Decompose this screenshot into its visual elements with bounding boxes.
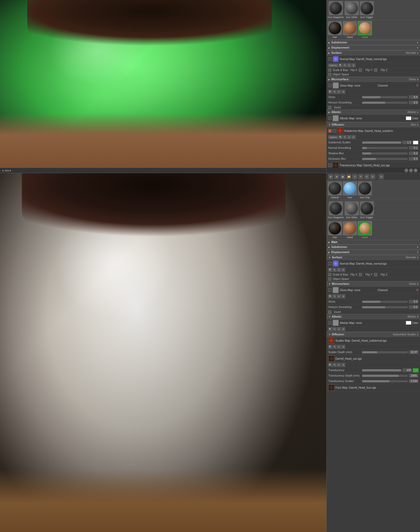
edit-btn-albedo-b[interactable]: ✎ <box>333 327 336 331</box>
search-btn-albedo-b[interactable]: 🔍 <box>328 327 332 331</box>
horizon-track-top[interactable] <box>362 102 408 104</box>
thumb-eye-bottom[interactable]: Eye <box>343 181 357 199</box>
dropdown-surface-b[interactable]: ▾ <box>417 256 418 259</box>
dropdown-microsurface-top[interactable]: ▾ <box>417 78 418 81</box>
albedo-check-top[interactable]: ✓ <box>328 117 332 120</box>
copy-btn-tl-b[interactable]: C <box>337 363 341 367</box>
scale-bias-check-top[interactable] <box>328 69 331 72</box>
section-displacement-bottom[interactable]: ▶ Displacement: ▾ <box>327 250 420 255</box>
translucency-depth-track[interactable] <box>362 375 408 377</box>
thumb-gun-grip-bottom[interactable]: Gun Grip <box>358 181 372 199</box>
gloss-num-b[interactable]: 0.4 <box>409 300 418 303</box>
thumb-default-bottom[interactable]: Default <box>328 181 342 199</box>
horizon-num-top[interactable]: 0.5 <box>409 101 418 104</box>
edit-btn-gloss-top[interactable]: ✎ <box>333 90 336 94</box>
gloss-track-b[interactable] <box>362 301 408 303</box>
thumb-gun-trigger-top[interactable]: Gun Trigger <box>360 1 374 19</box>
albedo-color-b[interactable] <box>406 321 411 325</box>
close-btn-nm-b[interactable]: ✕ <box>341 268 345 272</box>
search-btn-subdermis[interactable]: 🔍 <box>339 135 342 139</box>
tool-add[interactable]: ⊕ <box>328 174 333 179</box>
section-microsurface-bottom[interactable]: ▼ Microsurface: Gloss ▾ <box>327 281 420 286</box>
dropdown-albedo-b[interactable]: ▾ <box>417 315 418 318</box>
search-btn-nm-b[interactable]: 🔍 <box>328 268 332 272</box>
horizon-num-b[interactable]: 0.5 <box>409 305 418 309</box>
subdermis-enable[interactable]: ● <box>328 129 332 132</box>
dropdown-diffusion-b[interactable]: ▾ <box>417 333 418 336</box>
search-btn-scatter[interactable]: 🔍 <box>328 345 332 349</box>
copy-btn-gloss-b[interactable]: C <box>337 294 341 298</box>
main-header-bottom[interactable]: ▶ Main <box>327 240 420 244</box>
translucency-check-top[interactable]: ✓ <box>328 164 332 167</box>
win-close-btn[interactable]: ✕ <box>414 169 418 172</box>
thumb-gun-slider-top[interactable]: Gun Slider <box>345 1 359 19</box>
section-surface-bottom[interactable]: ▼ Surface: Normals ▾ <box>327 255 420 260</box>
shadow-blur-track[interactable] <box>362 152 408 155</box>
subdermis-scatter-num[interactable]: 1.0 <box>402 141 412 144</box>
invert-check-top[interactable] <box>328 106 331 109</box>
translucency-green-b[interactable] <box>413 368 418 372</box>
copy-btn-nm-b[interactable]: C <box>337 268 341 272</box>
dropdown-subdivision-b[interactable]: ▾ <box>417 246 418 249</box>
copy-btn-nm-top[interactable]: C <box>347 63 351 67</box>
dropdown-microsurface-b[interactable]: ▾ <box>417 283 418 285</box>
viewport-bottom[interactable] <box>0 173 326 532</box>
object-space-check-b[interactable] <box>328 277 331 280</box>
thumb-gun-slider-bottom[interactable]: Gun Slider <box>345 201 359 219</box>
dropdown-displacement-top[interactable]: ▾ <box>417 46 418 49</box>
dropdown-subdivision-top[interactable]: ▾ <box>417 41 418 44</box>
tool-plus-minus[interactable]: -/+ <box>379 174 384 179</box>
search-btn-nm-top[interactable]: 🔍 <box>339 63 342 67</box>
subdermis-check[interactable]: ✓ <box>333 129 336 132</box>
options-btn-subdermis[interactable]: Options <box>328 135 338 139</box>
copy-btn-albedo-b[interactable]: C <box>337 327 341 331</box>
search-btn-gloss-b[interactable]: 🔍 <box>328 294 332 298</box>
translucency-num-b[interactable]: 100 <box>402 368 412 372</box>
section-subdivision-top[interactable]: ▶ Subdivision: ▾ <box>327 40 420 45</box>
close-btn-gloss-top[interactable]: ✕ <box>341 90 345 94</box>
props-panel-bottom[interactable]: ▶ Main ▶ Subdivision: ▾ ▶ Displacement: … <box>327 240 420 532</box>
gloss-check-b[interactable]: ✓ <box>328 288 332 292</box>
occlusion-blur-num[interactable]: 0.3 <box>409 157 418 161</box>
gloss-num-top[interactable]: 0.4 <box>409 95 418 99</box>
scatter-depth-num[interactable]: 32.97 <box>409 350 418 354</box>
normal-check-b[interactable]: ✓ <box>328 262 332 265</box>
section-surface-top[interactable]: ▶ Surface: Normals ▾ <box>327 50 420 55</box>
props-panel-top[interactable]: ▶ Subdivision: ▾ ▶ Displacement: ▾ ▶ Sur… <box>327 40 420 168</box>
scale-bias-check-b[interactable] <box>328 273 331 276</box>
section-subdivision-bottom[interactable]: ▶ Subdivision: ▾ <box>327 244 420 250</box>
tool-eye[interactable]: ◉ <box>340 174 345 179</box>
normal-map-check-top[interactable]: ✓ <box>328 57 332 61</box>
section-diffusion-bottom[interactable]: ▼ Diffusion: Subsurface Scatter ▾ <box>327 332 420 337</box>
horizon-track-b[interactable] <box>362 306 408 308</box>
translucency-scat-num-b[interactable]: 0.594 <box>409 379 418 383</box>
thumb-hair-top[interactable]: Hair <box>328 21 342 39</box>
object-space-check-top[interactable] <box>328 73 331 76</box>
tool-undo[interactable]: ↺ <box>364 174 369 179</box>
section-displacement-top[interactable]: ▶ Displacement: ▾ <box>327 45 420 50</box>
copy-btn-gloss-top[interactable]: C <box>337 90 341 94</box>
search-btn-tl-b[interactable]: 🔍 <box>328 363 332 367</box>
tool-redo[interactable]: ↻ <box>370 174 375 179</box>
section-albedo-top[interactable]: ▶ Albedo: Albedo ▾ <box>327 110 420 115</box>
close-btn-nm-top[interactable]: ✕ <box>352 63 356 67</box>
divider-arrow[interactable]: ▾ <box>10 169 11 172</box>
copy-btn-scatter[interactable]: C <box>337 345 341 349</box>
edit-btn-tl-b[interactable]: ✎ <box>333 363 336 367</box>
dropdown-surface-top[interactable]: ▾ <box>417 52 418 54</box>
albedo-check-b[interactable]: ✓ <box>328 321 332 324</box>
shadow-blur-num[interactable]: 0.2 <box>409 152 418 155</box>
viewport-top[interactable] <box>0 0 326 168</box>
normal-smoothing-num[interactable]: 0.1 <box>409 146 418 150</box>
flip-x-check-b[interactable] <box>359 273 362 276</box>
tool-pencil[interactable]: ✎ <box>358 174 363 179</box>
win-min-btn[interactable]: ─ <box>404 169 408 172</box>
scatter-depth-track[interactable] <box>362 351 408 353</box>
close-btn-tl-b[interactable]: ✕ <box>341 363 345 367</box>
thumb-head-bottom[interactable]: Head <box>358 221 372 239</box>
copy-btn-subdermis[interactable]: C <box>347 135 351 139</box>
thumb-hand-bottom[interactable]: Hand <box>343 221 357 239</box>
close-btn-scatter[interactable]: ✕ <box>341 345 345 349</box>
translucency-scat-track-b[interactable] <box>362 380 408 382</box>
tool-remove[interactable]: ⊗ <box>334 174 339 179</box>
